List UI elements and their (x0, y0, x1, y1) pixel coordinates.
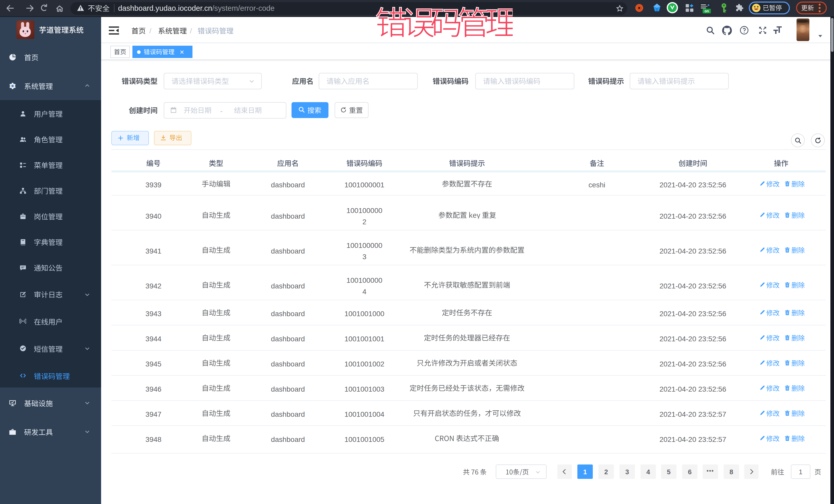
svg-text:on: on (704, 9, 709, 13)
